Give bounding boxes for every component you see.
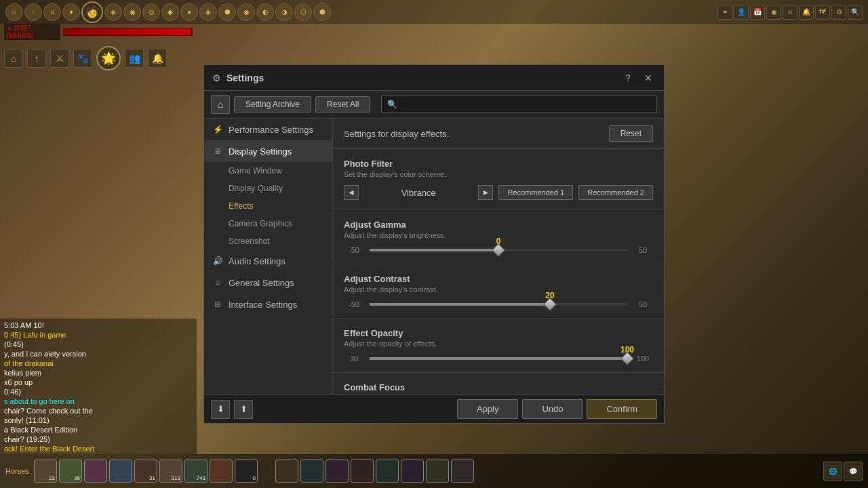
hud-icon-13[interactable]: ⬢ bbox=[313, 3, 331, 21]
skill-icon[interactable]: 22 bbox=[34, 460, 57, 483]
import-icon: ⬇ bbox=[217, 404, 224, 414]
skill-icon[interactable]: 743 bbox=[184, 460, 208, 483]
sidebar-item-audio[interactable]: 🔊 Audio Settings bbox=[204, 250, 332, 272]
sidebar-sub-effects[interactable]: Effects bbox=[204, 197, 332, 215]
contrast-slider[interactable]: 20 bbox=[370, 303, 627, 306]
hud-icon-5[interactable]: ◆ bbox=[161, 3, 179, 21]
nav-paw-icon[interactable]: 🐾 bbox=[73, 49, 92, 68]
sidebar-sub-label-screenshot: Screenshot bbox=[229, 237, 270, 246]
chat-line: 5:03 AM 10! bbox=[4, 321, 193, 329]
skill-icon[interactable] bbox=[426, 460, 449, 483]
nav-icon-char2[interactable]: 👤 bbox=[734, 5, 749, 20]
photo-filter-value: Vibrance bbox=[364, 188, 473, 198]
recommended1-button[interactable]: Recommended 1 bbox=[498, 185, 573, 200]
contrast-slider-row: -50 20 50 bbox=[344, 300, 653, 308]
performance-icon: ⚡ bbox=[212, 124, 223, 135]
bottom-nav-icon2[interactable]: 💬 bbox=[844, 462, 863, 481]
sidebar-sub-display-quality[interactable]: Display Quality bbox=[204, 180, 332, 197]
hud-icon-guild[interactable]: ⚔ bbox=[43, 3, 61, 21]
hud-icon-11[interactable]: ◑ bbox=[275, 3, 293, 21]
hud-icon-7[interactable]: ◈ bbox=[199, 3, 217, 21]
content-description: Settings for display effects. bbox=[344, 129, 449, 139]
footer-import-export: ⬇ ⬆ bbox=[211, 400, 253, 419]
skill-icon[interactable] bbox=[210, 460, 233, 483]
nav-up-icon[interactable]: ↑ bbox=[27, 49, 46, 68]
player-avatar[interactable]: 🌟 bbox=[96, 46, 121, 70]
sidebar-item-interface[interactable]: ⊞ Interface Settings bbox=[204, 293, 332, 315]
export-icon: ⬆ bbox=[240, 404, 248, 414]
search-input[interactable] bbox=[381, 96, 657, 113]
export-button[interactable]: ⬆ bbox=[234, 400, 253, 419]
hud-icon-8[interactable]: ⬟ bbox=[218, 3, 236, 21]
skill-icon[interactable] bbox=[275, 460, 298, 483]
hud-icon-pet[interactable]: ♦ bbox=[62, 3, 80, 21]
help-button[interactable]: ? bbox=[620, 70, 635, 85]
nav-group-icon[interactable]: ⚔ bbox=[50, 49, 69, 68]
hud-icon-up[interactable]: ↑ bbox=[24, 3, 42, 21]
import-button[interactable]: ⬇ bbox=[211, 400, 230, 419]
nav-home-icon[interactable]: ⌂ bbox=[4, 49, 23, 68]
hud-icon-3[interactable]: ◉ bbox=[123, 3, 141, 21]
setting-archive-button[interactable]: Setting Archive bbox=[234, 96, 311, 113]
photo-filter-title: Photo Filter bbox=[344, 159, 653, 169]
content-reset-button[interactable]: Reset bbox=[609, 125, 653, 142]
photo-filter-desc: Set the display's color scheme. bbox=[344, 170, 653, 178]
nav-icon-calendar[interactable]: 📅 bbox=[750, 5, 765, 20]
sidebar-label-performance: Performance Settings bbox=[229, 125, 313, 135]
apply-button[interactable]: Apply bbox=[457, 399, 519, 419]
opacity-slider[interactable]: 100 bbox=[370, 357, 627, 360]
close-button[interactable]: ✕ bbox=[641, 70, 656, 85]
dialog-footer: ⬇ ⬆ Apply Undo Confirm bbox=[204, 394, 664, 423]
hud-icon-10[interactable]: ◐ bbox=[256, 3, 274, 21]
nav-icon-settings2[interactable]: ⚙ bbox=[831, 5, 846, 20]
hud-icon-2[interactable]: ◈ bbox=[104, 3, 122, 21]
sidebar-sub-game-window[interactable]: Game Window bbox=[204, 162, 332, 180]
hud-icon-char[interactable]: 🧑 bbox=[81, 1, 103, 23]
nav-icon-search[interactable]: 🔍 bbox=[848, 5, 863, 20]
sidebar-sub-screenshot[interactable]: Screenshot bbox=[204, 232, 332, 250]
nav-group2-icon[interactable]: 👥 bbox=[125, 49, 144, 68]
nav-icon-social[interactable]: ⚭ bbox=[717, 5, 732, 20]
undo-button[interactable]: Undo bbox=[522, 399, 583, 419]
hud-icon-4[interactable]: ◎ bbox=[142, 3, 160, 21]
sidebar-sub-label-display-quality: Display Quality bbox=[229, 184, 283, 193]
skill-icon[interactable] bbox=[401, 460, 424, 483]
skill-icon[interactable] bbox=[109, 460, 132, 483]
skill-icon[interactable] bbox=[84, 460, 107, 483]
skill-icon[interactable] bbox=[451, 460, 474, 483]
hud-icon-9[interactable]: ◉ bbox=[237, 3, 255, 21]
photo-filter-next[interactable]: ► bbox=[478, 185, 493, 200]
confirm-button[interactable]: Confirm bbox=[587, 399, 657, 419]
skill-icon[interactable]: 36 bbox=[59, 460, 82, 483]
nav-icon-bell[interactable]: 🔔 bbox=[799, 5, 814, 20]
hud-icon-12[interactable]: ⬡ bbox=[294, 3, 312, 21]
skill-icon[interactable] bbox=[300, 460, 323, 483]
skill-icon[interactable] bbox=[351, 460, 374, 483]
sidebar-item-general[interactable]: ≡ General Settings bbox=[204, 272, 332, 293]
skill-icon[interactable]: 31 bbox=[134, 460, 157, 483]
nav-icon-map[interactable]: 🗺 bbox=[815, 5, 830, 20]
recommended2-button[interactable]: Recommended 2 bbox=[578, 185, 653, 200]
nav-icon-bell2[interactable]: 🔔 bbox=[148, 49, 167, 68]
chat-line: x6 po up bbox=[4, 378, 193, 386]
bottom-nav-icon[interactable]: 🌐 bbox=[823, 462, 842, 481]
hud-top-icons: ⌂ ↑ ⚔ ♦ 🧑 ◈ ◉ ◎ ◆ ● ◈ ⬟ ◉ ◐ ◑ ⬡ ⬢ ⚭ 👤 📅 … bbox=[0, 0, 868, 24]
reset-all-button[interactable]: Reset All bbox=[315, 96, 370, 113]
skill-icon[interactable]: 312 bbox=[159, 460, 182, 483]
hud-icon-6[interactable]: ● bbox=[180, 3, 198, 21]
sidebar-sub-camera[interactable]: Camera Graphics bbox=[204, 215, 332, 232]
sidebar-item-display[interactable]: 🖥 Display Settings bbox=[204, 140, 332, 162]
gamma-title: Adjust Gamma bbox=[344, 220, 653, 230]
nav-icon-pearl[interactable]: ◉ bbox=[766, 5, 781, 20]
sidebar-item-performance[interactable]: ⚡ Performance Settings bbox=[204, 119, 332, 140]
nav-icon-battle[interactable]: ⚔ bbox=[783, 5, 797, 20]
gear-icon: ⚙ bbox=[212, 73, 221, 83]
skill-icon[interactable] bbox=[326, 460, 349, 483]
skill-icon[interactable] bbox=[376, 460, 399, 483]
skill-icon[interactable]: 0 bbox=[235, 460, 258, 483]
hud-icon-home[interactable]: ⌂ bbox=[5, 3, 23, 21]
gamma-slider[interactable]: 0 bbox=[370, 249, 627, 251]
photo-filter-prev[interactable]: ◄ bbox=[344, 185, 359, 200]
opacity-max: 100 bbox=[633, 354, 653, 363]
home-button[interactable]: ⌂ bbox=[211, 95, 230, 114]
